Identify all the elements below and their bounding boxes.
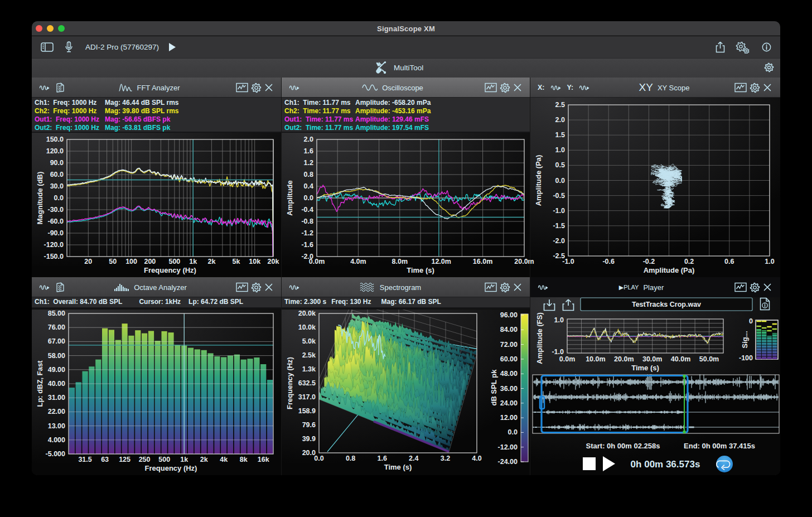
svg-text:50: 50 [109,258,117,265]
svg-text:632.5: 632.5 [298,379,316,387]
svg-text:12.0m: 12.0m [431,258,451,265]
svg-text:13.00: 13.00 [48,422,65,430]
svg-text:0.0: 0.0 [304,194,313,202]
svg-text:-0.6: -0.6 [602,258,615,265]
svg-text:-60.0: -60.0 [48,218,64,225]
svg-text:79.6: 79.6 [302,421,316,429]
svg-text:-0.2: -0.2 [643,258,655,265]
svg-text:10.0k: 10.0k [298,323,316,331]
svg-text:-0.4: -0.4 [301,206,313,214]
svg-text:100: 100 [125,258,137,265]
svg-text:Time (s): Time (s) [631,364,659,372]
svg-text:36.00: 36.00 [500,385,518,393]
svg-text:2.0: 2.0 [555,116,565,124]
svg-text:39.9: 39.9 [302,435,316,443]
svg-text:0.8: 0.8 [304,171,313,178]
svg-text:5k: 5k [232,258,240,265]
svg-text:84.00: 84.00 [500,326,518,334]
svg-text:0h 00m 36.573s: 0h 00m 36.573s [631,459,700,470]
svg-text:Amplitude (Pa): Amplitude (Pa) [534,155,543,206]
svg-text:48.00: 48.00 [500,370,518,378]
svg-text:1k: 1k [180,456,188,463]
svg-text:-150.0: -150.0 [44,253,64,260]
svg-text:50.0m: 50.0m [699,355,719,363]
svg-text:125: 125 [119,456,130,463]
svg-text:-24.00: -24.00 [498,458,518,466]
svg-text:2.5k: 2.5k [302,351,316,359]
svg-text:Amplitude (Pa): Amplitude (Pa) [644,266,695,274]
svg-text:dB SPL pk: dB SPL pk [490,369,498,406]
svg-text:TestTracks Crop.wav: TestTracks Crop.wav [632,301,701,308]
svg-text:4.000: 4.000 [48,436,65,444]
svg-text:76.00: 76.00 [48,323,65,331]
svg-text:2.5: 2.5 [555,101,565,109]
svg-text:Start: 0h 00m 02.258s: Start: 0h 00m 02.258s [586,442,660,450]
svg-text:63: 63 [101,456,109,463]
svg-text:Frequency (Hz): Frequency (Hz) [144,266,196,274]
svg-text:Magnitude (dB): Magnitude (dB) [36,172,44,225]
svg-text:67.00: 67.00 [48,337,65,345]
svg-text:317.0: 317.0 [298,393,316,401]
svg-text:31.5: 31.5 [78,456,91,463]
svg-text:Time (s): Time (s) [384,463,412,471]
svg-text:-1.0: -1.0 [553,207,565,215]
svg-text:0.0: 0.0 [508,428,518,436]
svg-text:4.0m: 4.0m [350,258,366,265]
svg-text:-30.0: -30.0 [48,206,64,214]
svg-text:16k: 16k [258,456,269,463]
svg-text:End: 0h 00m 37.415s: End: 0h 00m 37.415s [684,442,755,450]
svg-text:58.00: 58.00 [48,352,65,360]
svg-text:120.0: 120.0 [46,147,64,155]
svg-text:20.0m: 20.0m [614,355,634,363]
svg-text:16.0m: 16.0m [473,258,492,265]
svg-text:1.6: 1.6 [304,147,313,155]
svg-text:500: 500 [168,258,180,265]
svg-text:-12.00: -12.00 [498,443,518,451]
svg-text:96.00: 96.00 [500,311,518,319]
svg-text:-100: -100 [739,354,753,362]
svg-text:10k: 10k [249,258,260,265]
svg-text:20k: 20k [268,258,279,265]
svg-text:1.0: 1.0 [555,146,565,154]
svg-text:150.0: 150.0 [46,136,64,143]
svg-text:0.0m: 0.0m [559,355,576,363]
svg-text:-1.6: -1.6 [301,241,313,249]
svg-text:1.0: 1.0 [765,258,774,265]
svg-text:-120.0: -120.0 [44,241,64,249]
svg-text:250: 250 [139,456,151,463]
svg-text:-90.0: -90.0 [48,229,64,237]
svg-text:60.00: 60.00 [500,355,518,363]
svg-text:-0.8: -0.8 [301,218,313,225]
svg-text:-1.5: -1.5 [553,222,565,230]
svg-text:-1.0: -1.0 [562,258,574,265]
svg-text:-2.0: -2.0 [553,237,565,245]
svg-text:1.5: 1.5 [555,131,565,139]
svg-text:90.0: 90.0 [50,159,64,167]
svg-text:Frequency (Hz): Frequency (Hz) [286,357,294,409]
svg-text:31.00: 31.00 [48,394,65,402]
svg-text:3.2: 3.2 [441,455,450,462]
svg-text:2.0: 2.0 [304,136,313,143]
svg-text:85.00: 85.00 [48,310,65,317]
svg-text:1.6: 1.6 [378,455,387,462]
svg-text:30.0: 30.0 [50,182,64,190]
svg-text:1.0: 1.0 [554,316,564,324]
svg-text:2k: 2k [200,456,208,463]
svg-text:1.3k: 1.3k [302,365,316,373]
svg-text:0.5: 0.5 [555,161,565,169]
svg-text:0.0m: 0.0m [309,258,325,265]
svg-text:8k: 8k [240,456,248,463]
svg-text:5.0k: 5.0k [302,337,316,345]
svg-text:4k: 4k [220,456,228,463]
svg-text:30.0m: 30.0m [642,355,662,363]
svg-text:2k: 2k [207,258,215,265]
svg-text:-0.5: -0.5 [553,192,565,200]
svg-text:0.8: 0.8 [346,455,355,462]
svg-text:-5.000: -5.000 [46,450,65,458]
svg-text:Sig...: Sig... [741,331,749,348]
svg-text:-1.0: -1.0 [552,348,564,356]
svg-text:Frequency (Hz): Frequency (Hz) [145,464,197,472]
svg-text:40.00: 40.00 [48,380,65,388]
svg-text:12.00: 12.00 [500,414,518,422]
svg-text:Time (s): Time (s) [407,266,434,274]
